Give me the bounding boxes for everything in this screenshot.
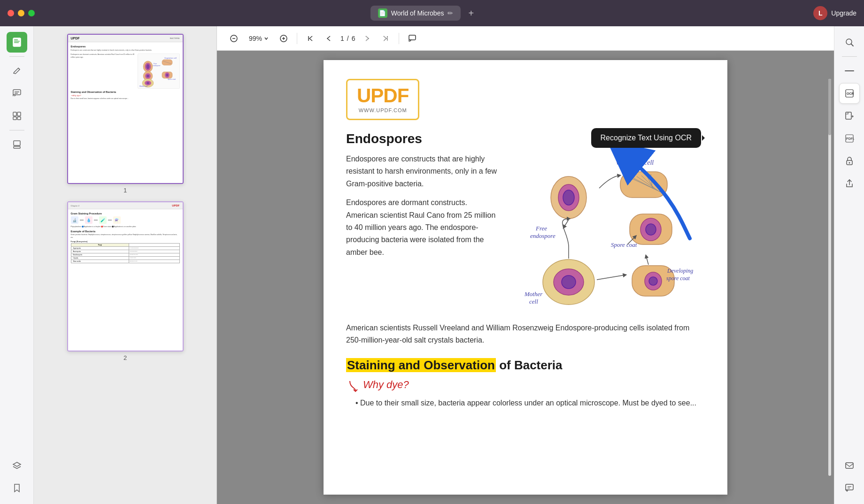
document-tab[interactable]: 📄 World of Microbes ✏ [370,6,461,21]
staining-title: Staining and Observation of Bacteria [346,358,705,373]
zoom-dropdown-icon [264,36,269,41]
ocr-tooltip-text: Recognize Text Using OCR [601,134,692,142]
sidebar-item-pages2[interactable] [7,134,27,155]
svg-point-21 [147,75,149,77]
updf-logo-text: UPDF [357,86,409,106]
svg-point-50 [563,190,574,205]
svg-text:Spore coat: Spore coat [168,78,176,80]
total-pages: 6 [352,35,355,42]
svg-point-76 [849,162,850,164]
sidebar-item-bookmark[interactable] [7,478,27,498]
tab-area: 📄 World of Microbes ✏ + [40,6,808,21]
svg-rect-39 [409,35,416,40]
next-page-icon [363,34,371,43]
tab-title: World of Microbes [391,9,444,17]
svg-text:Mother: Mother [524,290,543,298]
pdf-page: UPDF WWW.UPDF.COM Endospores Endospores … [324,60,727,495]
endospores-para3: American scientists Russell Vreeland and… [346,322,705,347]
close-button[interactable] [8,10,14,16]
ocr-tooltip: Recognize Text Using OCR [591,128,701,148]
svg-line-68 [851,44,853,46]
updf-logo-header: UPDF WWW.UPDF.COM [346,79,705,120]
upgrade-label: Upgrade [831,9,856,17]
svg-text:Vegetative cell: Vegetative cell [616,159,654,166]
endospores-para2: Endospores are dormant constructs. Ameri… [346,197,498,259]
lock-icon-btn[interactable] [839,151,860,171]
endospores-para1: Endospores are constructs that are highl… [346,153,498,190]
pdf-a-icon-btn[interactable]: PDF/A [839,128,860,149]
zoom-in-button[interactable] [276,31,291,46]
page-number-2: 2 [123,354,127,361]
svg-rect-9 [13,117,16,120]
sidebar-item-comment[interactable] [7,83,27,104]
page-number-1: 1 [123,187,127,194]
zoom-out-button[interactable] [226,31,241,46]
first-page-button[interactable] [303,31,318,46]
svg-rect-8 [17,112,21,116]
svg-rect-12 [14,146,20,148]
last-page-button[interactable] [378,31,393,46]
comment-toolbar-button[interactable] [405,31,420,46]
svg-rect-2 [14,41,20,42]
svg-text:Free: Free [535,225,547,232]
viewer-toolbar: 99% [217,26,834,51]
active-indicator [8,41,11,44]
mail-icon-btn[interactable] [839,455,860,476]
chat-icon-btn[interactable] [839,478,860,498]
new-tab-button[interactable]: + [464,7,478,20]
svg-text:spore coat: spore coat [666,275,690,282]
page-separator: / [347,35,349,42]
svg-point-24 [166,74,169,76]
staining-title-rest: of Bacteria [496,358,563,372]
pdf-content[interactable]: UPDF WWW.UPDF.COM Endospores Endospores … [217,51,834,504]
sidebar-divider-2 [9,130,24,130]
thumbnail-page-2[interactable]: Chapter 2 UPDF Gram Staining Procedure 🔬… [41,201,209,361]
svg-text:Mother cell: Mother cell [139,85,147,87]
svg-text:Spore coat: Spore coat [611,241,637,248]
svg-text:endospore: endospore [530,232,555,239]
share-icon-btn[interactable] [839,173,860,194]
scrollbar-thumb[interactable] [828,79,831,135]
tab-doc-icon: 📄 [378,8,387,18]
scrollbar-track [828,79,831,476]
svg-point-30 [147,82,149,84]
svg-rect-41 [620,172,667,198]
maximize-button[interactable] [28,10,35,16]
right-divider-1 [842,56,857,57]
endospores-diagram: Vegetative cell [508,153,705,322]
search-icon-btn[interactable] [839,32,860,53]
page-indicator: 1 / 6 [340,35,355,42]
first-page-icon [306,34,315,43]
thumbnail-panel[interactable]: UPDF BACTERIA Endospores Endospores are … [34,26,217,504]
svg-rect-6 [15,93,18,94]
thumbnail-frame-2[interactable]: Chapter 2 UPDF Gram Staining Procedure 🔬… [67,201,184,351]
why-dye-text: Why dye? [363,379,409,391]
convert-icon-btn[interactable] [839,106,860,126]
svg-text:Developing: Developing [667,267,693,274]
minimize-button[interactable] [18,10,24,16]
minus-icon-btn[interactable] [839,61,860,81]
next-page-button[interactable] [359,31,374,46]
svg-text:PDF/A: PDF/A [846,137,854,140]
arrow-squiggle-icon [346,377,361,392]
prev-page-icon [325,34,333,43]
updf-logo-box: UPDF WWW.UPDF.COM [346,79,419,120]
pdf-viewer: 99% [217,26,834,504]
sidebar-item-pen[interactable] [7,61,27,81]
svg-rect-72 [846,112,851,119]
why-dye-container: Why dye? [346,377,705,392]
zoom-selector[interactable]: 99% [245,33,272,44]
ocr-button[interactable]: OCR [839,83,860,104]
sidebar-item-organize[interactable] [7,106,27,126]
svg-point-55 [646,224,656,235]
sidebar-divider-1 [9,56,24,57]
thumbnail-frame-1[interactable]: UPDF BACTERIA Endospores Endospores are … [67,34,184,184]
staining-section: Staining and Observation of Bacteria Why… [346,358,705,409]
toolbar-divider-2 [399,33,399,44]
upgrade-button[interactable]: L Upgrade [813,6,856,20]
svg-rect-1 [14,39,18,40]
tab-edit-icon[interactable]: ✏ [447,9,453,17]
sidebar-item-layers[interactable] [7,455,27,476]
thumbnail-page-1[interactable]: UPDF BACTERIA Endospores Endospores are … [41,34,209,194]
prev-page-button[interactable] [322,31,337,46]
